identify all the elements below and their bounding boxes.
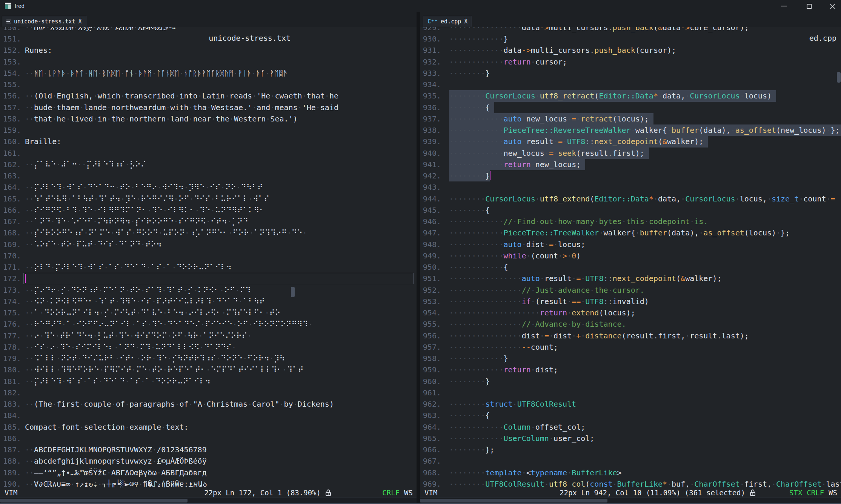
code-token: out bbox=[540, 217, 553, 226]
code-token: buffer bbox=[672, 126, 699, 135]
lock-icon[interactable] bbox=[750, 489, 756, 496]
horizontal-scrollbar-thumb[interactable] bbox=[420, 499, 607, 502]
code-token: ⡁⠝⠙ bbox=[232, 217, 248, 226]
line-number: 174. bbox=[0, 296, 21, 307]
code-token: first); bbox=[613, 149, 644, 158]
app-window: fred unicode-stress.txt X 150.··ሰው·እንደቤቱ… bbox=[0, 0, 841, 504]
tab-close-icon[interactable]: X bbox=[78, 18, 82, 25]
code-token: into bbox=[179, 91, 197, 100]
code-token: ⠝⠕⠞ bbox=[61, 354, 77, 363]
whitespace-dots: · bbox=[74, 27, 78, 32]
pane-divider[interactable] bbox=[417, 12, 420, 504]
code-line: 949.············while·(count·>·0) bbox=[420, 250, 841, 261]
whitespace-dots: · bbox=[138, 479, 143, 487]
editor-viewport[interactable]: 929.················data->multi_cursors.… bbox=[420, 27, 841, 487]
tab-close-icon[interactable]: X bbox=[464, 18, 467, 25]
horizontal-scrollbar-thumb[interactable] bbox=[0, 499, 188, 502]
code-token: ⡊ bbox=[104, 308, 109, 317]
horizontal-scrollbar[interactable] bbox=[420, 498, 841, 503]
lock-icon[interactable] bbox=[325, 489, 331, 496]
code-token: // bbox=[522, 320, 531, 329]
code-line: 185.Compact·font·selection·example·text: bbox=[0, 421, 417, 433]
code-token: ⠞⠕ bbox=[120, 183, 131, 192]
code-token: ⠋⠕⠗ bbox=[233, 228, 249, 237]
code-line: 945.········{ bbox=[420, 204, 841, 216]
whitespace-dots: · bbox=[131, 217, 135, 226]
code-token: ⠁⠎ bbox=[129, 377, 140, 386]
code-token: next_codepoint bbox=[613, 274, 676, 283]
whitespace-dots: · bbox=[308, 320, 312, 329]
code-line: 181.··⡍⠜⠇⠑⠹·⠺⠁⠎·⠁⠎·⠙⠑⠁⠙·⠁⠎·⠁·⠙⠕⠕⠗⠤⠝⠁⠊⠇⠲ bbox=[0, 376, 417, 387]
code-token: const bbox=[590, 479, 612, 487]
tab-ed-cpp[interactable]: C⁺⁺ ed.cpp X bbox=[423, 16, 472, 27]
code-token: ⠞⠕ bbox=[269, 308, 280, 317]
whitespace-dots: ············ bbox=[449, 263, 504, 272]
code-token: ⠺⠁⠎ bbox=[66, 183, 83, 192]
code-token: & bbox=[681, 274, 685, 283]
line-number: 951. bbox=[420, 273, 441, 284]
status-indicator-crlf[interactable]: CRLF bbox=[382, 487, 400, 498]
code-token: -> bbox=[681, 27, 690, 32]
whitespace-dots: · bbox=[56, 286, 61, 295]
whitespace-dots: · bbox=[166, 103, 170, 112]
status-indicator-ws[interactable]: WS bbox=[829, 487, 837, 498]
code-token: CharOffset bbox=[776, 479, 821, 487]
code-token: ⠙⠕⠕⠗⠤⠝⠁⠊⠇⠲ bbox=[176, 263, 231, 272]
line-number: 945. bbox=[420, 204, 441, 216]
code-token: ⠍⠊⠣⠞ bbox=[114, 308, 136, 317]
whitespace-dots: · bbox=[120, 91, 125, 100]
code-text: ················data->multi_cursors.push… bbox=[449, 27, 749, 33]
line-number: 946. bbox=[420, 216, 441, 227]
code-text: ········} bbox=[449, 68, 490, 79]
minimize-button[interactable] bbox=[777, 2, 790, 10]
whitespace-dots: · bbox=[590, 286, 594, 295]
code-line: 950.············{ bbox=[420, 261, 841, 273]
line-number: 932. bbox=[420, 56, 441, 68]
code-line: 961. bbox=[420, 387, 841, 398]
code-token: seek bbox=[558, 149, 576, 158]
line-number: 930. bbox=[420, 33, 441, 45]
horizontal-scrollbar[interactable] bbox=[0, 498, 417, 503]
whitespace-dots: ·· bbox=[25, 69, 34, 78]
maximize-button[interactable] bbox=[803, 2, 815, 10]
code-token: utf8_extend bbox=[540, 194, 590, 203]
code-line: 153. bbox=[0, 56, 417, 68]
whitespace-dots: ········ bbox=[449, 377, 485, 386]
status-indicator-crlf[interactable]: CRLF bbox=[807, 487, 824, 498]
status-indicator-ws[interactable]: WS bbox=[404, 487, 413, 498]
status-indicator-stx[interactable]: STX bbox=[789, 487, 802, 498]
code-token: }; bbox=[831, 126, 840, 135]
line-number: 156. bbox=[0, 90, 21, 101]
line-number: 169. bbox=[0, 239, 21, 250]
code-token: == bbox=[572, 297, 581, 306]
vertical-scrollbar-thumb[interactable] bbox=[291, 287, 295, 297]
whitespace-dots: · bbox=[163, 365, 167, 374]
code-token: ⠥⠝⠙⠻⠞⠁⠅⠻⠂ bbox=[215, 206, 265, 215]
code-token: ↑↗↨↻⇣ bbox=[75, 479, 97, 487]
line-number: 967. bbox=[420, 455, 441, 467]
whitespace-dots: · bbox=[46, 27, 50, 32]
editor-viewport[interactable]: 150.··ሰው·እንደቤቱ·እንጅ·እንደ·ጉረቤቱ·አይተዳደርም።151.… bbox=[0, 27, 417, 487]
code-token: ⠕⠋ bbox=[224, 286, 235, 295]
whitespace-dots: · bbox=[141, 286, 145, 295]
whitespace-dots: · bbox=[172, 263, 176, 272]
whitespace-dots: · bbox=[653, 194, 658, 203]
code-token: }; bbox=[781, 228, 790, 237]
close-button[interactable] bbox=[826, 2, 839, 10]
code-token: ⠊⠞⠲ bbox=[211, 217, 227, 226]
whitespace-dots: · bbox=[567, 308, 572, 317]
editor-pane-left: unicode-stress.txt X 150.··ሰው·እንደቤቱ·እንጅ·… bbox=[0, 12, 417, 504]
code-token: // bbox=[504, 217, 513, 226]
code-token: and bbox=[257, 103, 270, 112]
code-token: . bbox=[608, 149, 612, 158]
code-token: as_offset bbox=[703, 228, 744, 237]
code-line: 936.········{ bbox=[420, 102, 841, 113]
code-text: ··(The·first·couple·of·paragraphs·of·"A·… bbox=[25, 398, 334, 410]
code-token: ⠥⠝⠙⠁⠇⠇⠪⠫ bbox=[155, 343, 199, 352]
vertical-scrollbar-thumb[interactable] bbox=[837, 72, 841, 83]
whitespace-dots: ················ bbox=[449, 274, 522, 283]
code-line: 937.············auto·new_locus·=·retract… bbox=[420, 113, 841, 124]
code-line: 952.················//·Just·advance·the·… bbox=[420, 284, 841, 296]
whitespace-dots: · bbox=[83, 183, 87, 192]
tab-unicode-stress-txt[interactable]: unicode-stress.txt X bbox=[2, 16, 86, 27]
